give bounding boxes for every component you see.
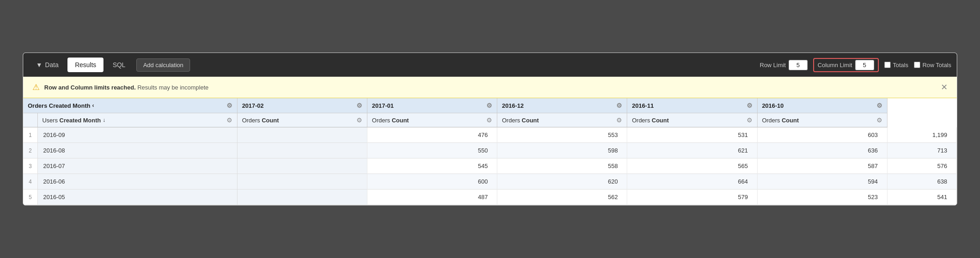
results-table-wrap: Orders Created Month ‹ ⚙ 2017-02 ⚙ — [23, 98, 957, 205]
data-cell-4-2: 562 — [497, 190, 627, 205]
warning-strong: Row and Column limits reached. — [44, 84, 136, 91]
results-table: Orders Created Month ‹ ⚙ 2017-02 ⚙ — [23, 98, 957, 205]
data-cell-1-4: 636 — [757, 143, 887, 158]
measure-header-row: Users Created Month ↓ ⚙ Orders Count ⚙ — [23, 113, 957, 127]
tab-sql[interactable]: SQL — [105, 58, 133, 72]
pivot-col-gear-3[interactable]: ⚙ — [616, 102, 622, 109]
tab-results-label: Results — [75, 61, 96, 68]
data-cell-0-4: 603 — [757, 127, 887, 143]
data-cell-0-0 — [237, 127, 367, 143]
pivot-col-gear-5[interactable]: ⚙ — [877, 102, 882, 109]
data-cell-4-4: 523 — [757, 190, 887, 205]
data-cell-1-1: 550 — [367, 143, 497, 158]
tab-sql-label: SQL — [113, 61, 125, 68]
data-cell-2-1: 545 — [367, 158, 497, 174]
data-cell-3-0 — [237, 174, 367, 190]
row-num-header — [23, 113, 37, 127]
pivot-col-gear-2[interactable]: ⚙ — [486, 102, 492, 109]
measure-gear-1[interactable]: ⚙ — [356, 116, 362, 124]
measure-label-3: Orders Count — [502, 117, 539, 124]
column-limit-label: Column Limit — [818, 62, 852, 68]
row-totals-checkbox-group: Row Totals — [914, 62, 951, 68]
pivot-gear-icon[interactable]: ⚙ — [227, 102, 232, 109]
tab-data-label: Data — [45, 61, 59, 68]
row-label-cell: 2016-09 — [37, 127, 237, 143]
data-cell-3-4: 594 — [757, 174, 887, 190]
row-number: 3 — [23, 158, 37, 174]
warning-close-button[interactable]: ✕ — [941, 82, 948, 92]
measure-label-2: Orders Count — [372, 117, 409, 124]
table-body: 12016-094765535316031,19922016-085505986… — [23, 127, 957, 205]
row-label-cell: 2016-08 — [37, 143, 237, 158]
measure-header-4: Orders Count ⚙ — [627, 113, 757, 127]
column-limit-group: Column Limit — [813, 58, 879, 72]
pivot-col-2017-01: 2017-01 ⚙ — [367, 98, 497, 113]
pivot-col-label-1: 2017-02 — [242, 102, 264, 109]
table-row: 42016-06600620664594638 — [23, 174, 957, 190]
tab-data[interactable]: ▼ Data — [29, 58, 66, 72]
row-totals-label[interactable]: Row Totals — [923, 62, 951, 68]
data-cell-1-2: 598 — [497, 143, 627, 158]
pivot-col-2017-02: 2017-02 ⚙ — [237, 98, 367, 113]
table-row: 32016-07545558565587576 — [23, 158, 957, 174]
pivot-col-2016-12: 2016-12 ⚙ — [497, 98, 627, 113]
row-limit-input[interactable] — [789, 60, 808, 70]
table-row: 12016-094765535316031,199 — [23, 127, 957, 143]
column-limit-input[interactable] — [855, 60, 874, 70]
row-number: 2 — [23, 143, 37, 158]
data-cell-4-3: 579 — [627, 190, 757, 205]
measure-header-1: Orders Count ⚙ — [237, 113, 367, 127]
measure-header-3: Orders Count ⚙ — [497, 113, 627, 127]
data-cell-0-2: 553 — [497, 127, 627, 143]
pivot-col-label-4: 2016-11 — [632, 102, 654, 109]
measure-gear-4[interactable]: ⚙ — [747, 116, 753, 124]
measure-gear-2[interactable]: ⚙ — [486, 116, 492, 124]
data-cell-2-5: 576 — [887, 158, 956, 174]
table-row: 22016-08550598621636713 — [23, 143, 957, 158]
pivot-col-gear-1[interactable]: ⚙ — [356, 102, 362, 109]
row-label-cell: 2016-07 — [37, 158, 237, 174]
row-limit-label: Row Limit — [760, 62, 786, 68]
data-cell-0-5: 1,199 — [887, 127, 956, 143]
pivot-header-label: Orders Created Month — [28, 102, 90, 109]
row-sort-icon[interactable]: ↓ — [103, 117, 105, 123]
pivot-col-2016-10: 2016-10 ⚙ — [757, 98, 887, 113]
measure-label-5: Orders Count — [762, 117, 799, 124]
warning-rest: Results may be incomplete — [137, 84, 208, 91]
measure-gear-5[interactable]: ⚙ — [877, 116, 882, 124]
row-limit-group: Row Limit — [760, 60, 808, 70]
row-label-header: Users Created Month ↓ ⚙ — [37, 113, 237, 127]
triangle-icon: ▼ — [36, 61, 42, 68]
data-cell-3-1: 600 — [367, 174, 497, 190]
pivot-col-label-2: 2017-01 — [372, 102, 394, 109]
pivot-col-label-5: 2016-10 — [762, 102, 784, 109]
warning-banner: ⚠ Row and Column limits reached. Results… — [23, 77, 957, 98]
table-row: 52016-05487562579523541 — [23, 190, 957, 205]
data-cell-3-5: 638 — [887, 174, 956, 190]
measure-header-5: Orders Count ⚙ — [757, 113, 887, 127]
pivot-header-row: Orders Created Month ‹ ⚙ 2017-02 ⚙ — [23, 98, 957, 113]
data-cell-0-1: 476 — [367, 127, 497, 143]
data-cell-2-3: 565 — [627, 158, 757, 174]
row-gear-icon[interactable]: ⚙ — [227, 116, 232, 124]
row-header-label: Users Created Month — [42, 117, 101, 124]
data-cell-3-3: 664 — [627, 174, 757, 190]
data-cell-4-5: 541 — [887, 190, 956, 205]
data-cell-3-2: 620 — [497, 174, 627, 190]
measure-gear-3[interactable]: ⚙ — [616, 116, 622, 124]
measure-header-2: Orders Count ⚙ — [367, 113, 497, 127]
totals-label[interactable]: Totals — [893, 62, 908, 68]
toolbar-right: Row Limit Column Limit Totals Row Totals — [760, 58, 951, 72]
measure-label-1: Orders Count — [242, 117, 279, 124]
totals-checkbox-group: Totals — [884, 62, 908, 68]
tab-results[interactable]: Results — [67, 58, 103, 72]
main-container: ▼ Data Results SQL Add calculation Row L… — [23, 53, 957, 205]
toolbar: ▼ Data Results SQL Add calculation Row L… — [23, 53, 957, 77]
data-cell-1-3: 621 — [627, 143, 757, 158]
row-totals-checkbox[interactable] — [914, 62, 920, 68]
add-calculation-button[interactable]: Add calculation — [136, 58, 190, 72]
pivot-col-gear-4[interactable]: ⚙ — [747, 102, 753, 109]
pivot-sort-icon[interactable]: ‹ — [92, 102, 94, 109]
totals-checkbox[interactable] — [884, 62, 891, 68]
data-cell-4-0 — [237, 190, 367, 205]
